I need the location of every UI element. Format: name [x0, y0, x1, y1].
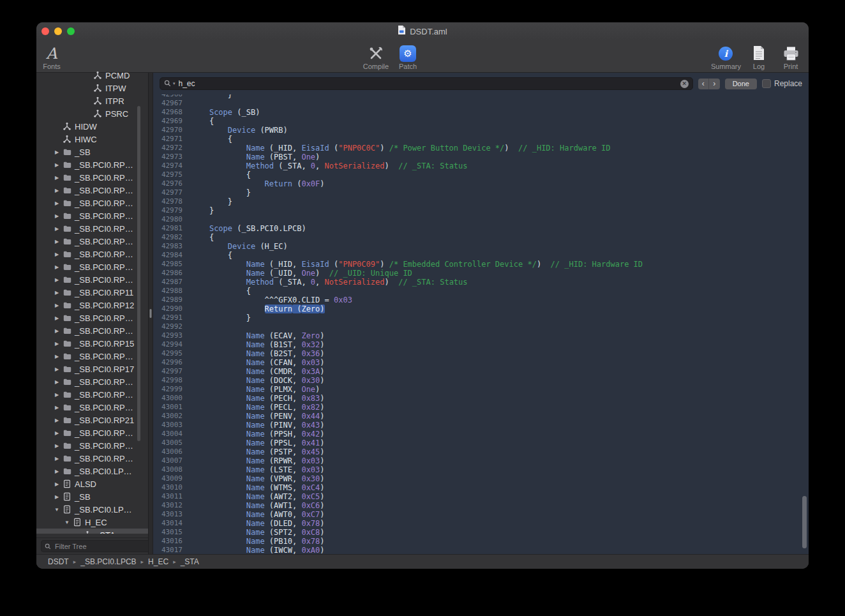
sidebar-item-sb-pci0-rp15[interactable]: ▶_SB.PCI0.RP15 [36, 337, 148, 350]
chevron-right-icon[interactable]: ▶ [52, 379, 62, 385]
chevron-right-icon[interactable]: ▶ [52, 392, 62, 398]
sidebar-item-label: _SB.PCI0.RP… [75, 186, 133, 195]
sidebar-item-sb-pci0-rp17[interactable]: ▶_SB.PCI0.RP17 [36, 363, 148, 375]
zoom-button[interactable] [67, 27, 75, 35]
sidebar-item-sb-pci0-rp[interactable]: ▶_SB.PCI0.RP… [36, 171, 148, 184]
code-editor[interactable]: 42966 }4296742968 Scope (_SB)42969 {4297… [153, 90, 809, 554]
search-field[interactable]: ▾ ✕ [160, 77, 693, 90]
sidebar-scrollbar[interactable] [137, 106, 140, 441]
chevron-right-icon[interactable]: ▶ [52, 469, 62, 474]
sidebar-item-sb[interactable]: ▶_SB [36, 146, 148, 158]
chevron-right-icon[interactable]: ▶ [52, 200, 62, 206]
breadcrumb-item[interactable]: DSDT [48, 557, 69, 566]
navigation-tree[interactable]: PCMDITPWITPRPSRCHIDWHIWC▶_SB▶_SB.PCI0.RP… [36, 69, 148, 534]
chevron-right-icon[interactable]: ▶ [52, 252, 62, 257]
titlebar[interactable]: DSDT.aml [36, 22, 809, 40]
chevron-right-icon[interactable]: ▶ [52, 481, 62, 487]
sidebar-item-sb-pci0-rp[interactable]: ▶_SB.PCI0.RP… [36, 375, 148, 388]
close-button[interactable] [41, 27, 49, 35]
sidebar-item-sb-pci0-rp[interactable]: ▶_SB.PCI0.RP… [36, 209, 148, 222]
sidebar-item-sb-pci0-rp[interactable]: ▶_SB.PCI0.RP… [36, 350, 148, 363]
search-options-chevron-icon[interactable]: ▾ [173, 81, 176, 86]
chevron-right-icon[interactable]: ▶ [52, 239, 62, 244]
sidebar-item-sb-pci0-rp[interactable]: ▶_SB.PCI0.RP… [36, 439, 148, 452]
sidebar-item-sb-pci0-rp[interactable]: ▶_SB.PCI0.RP… [36, 235, 148, 248]
sidebar-item-alsd[interactable]: ▶ALSD [36, 477, 148, 490]
sidebar-item-sb-pci0-rp[interactable]: ▶_SB.PCI0.RP… [36, 158, 148, 171]
sidebar-item-sb-pci0-rp[interactable]: ▶_SB.PCI0.RP… [36, 248, 148, 260]
filter-field[interactable] [41, 540, 151, 552]
sidebar-item-sb-pci0-rp21[interactable]: ▶_SB.PCI0.RP21 [36, 414, 148, 426]
chevron-right-icon[interactable]: ▶ [52, 430, 62, 436]
chevron-right-icon[interactable]: ▶ [52, 456, 62, 462]
fonts-button[interactable]: A Fonts [38, 42, 66, 70]
chevron-right-icon[interactable]: ▶ [52, 443, 62, 449]
log-button[interactable]: Log [745, 42, 773, 70]
replace-checkbox[interactable] [762, 79, 771, 88]
chevron-right-icon[interactable]: ▶ [52, 494, 62, 500]
line-number: 42990 [153, 304, 191, 313]
chevron-down-icon[interactable]: ▼ [52, 507, 62, 513]
sidebar-item-sb-pci0-rp[interactable]: ▶_SB.PCI0.RP… [36, 260, 148, 273]
chevron-right-icon[interactable]: ▶ [52, 315, 62, 321]
chevron-right-icon[interactable]: ▶ [52, 328, 62, 334]
sidebar-item-sb-pci0-rp[interactable]: ▶_SB.PCI0.RP… [36, 426, 148, 439]
sidebar-item-sta[interactable]: _STA [36, 529, 148, 534]
chevron-right-icon[interactable]: ▶ [52, 149, 62, 155]
search-input[interactable] [177, 79, 678, 89]
filter-tree-input[interactable] [54, 542, 147, 551]
chevron-right-icon[interactable]: ▶ [52, 162, 62, 168]
sidebar-item-sb-pci0-rp[interactable]: ▶_SB.PCI0.RP… [36, 184, 148, 197]
sidebar-item-sb-pci0-lp[interactable]: ▼_SB.PCI0.LP… [36, 503, 148, 516]
sidebar-item-pcmd[interactable]: PCMD [36, 69, 148, 82]
sidebar-item-h-ec[interactable]: ▼H_EC [36, 516, 148, 529]
done-button[interactable]: Done [725, 79, 757, 89]
breadcrumb-item[interactable]: _STA [181, 557, 199, 566]
sidebar-item-sb-pci0-rp[interactable]: ▶_SB.PCI0.RP… [36, 273, 148, 286]
clear-search-icon[interactable]: ✕ [680, 80, 689, 88]
chevron-right-icon[interactable]: ▶ [52, 341, 62, 347]
sidebar-item-sb-pci0-rp12[interactable]: ▶_SB.PCI0.RP12 [36, 299, 148, 312]
sidebar-item-sb-pci0-lp[interactable]: ▶_SB.PCI0.LP… [36, 465, 148, 477]
sidebar-item-sb-pci0-rp[interactable]: ▶_SB.PCI0.RP… [36, 312, 148, 324]
chevron-right-icon[interactable]: ▶ [52, 303, 62, 308]
chevron-right-icon[interactable]: ▶ [52, 366, 62, 372]
sidebar-item-sb-pci0-rp[interactable]: ▶_SB.PCI0.RP… [36, 452, 148, 465]
sidebar-item-sb-pci0-rp[interactable]: ▶_SB.PCI0.RP… [36, 401, 148, 414]
sidebar-item-sb-pci0-rp[interactable]: ▶_SB.PCI0.RP… [36, 197, 148, 209]
find-previous-button[interactable]: ‹ [698, 79, 709, 89]
chevron-down-icon[interactable]: ▼ [62, 520, 72, 525]
chevron-right-icon[interactable]: ▶ [52, 405, 62, 410]
chevron-right-icon[interactable]: ▶ [52, 417, 62, 423]
sidebar-item-psrc[interactable]: PSRC [36, 107, 148, 120]
chevron-right-icon[interactable]: ▶ [52, 290, 62, 296]
chevron-right-icon[interactable]: ▶ [52, 277, 62, 283]
breadcrumb-item[interactable]: H_EC [148, 557, 168, 566]
print-button[interactable]: Print [777, 42, 805, 70]
sidebar-item-itpr[interactable]: ITPR [36, 94, 148, 107]
sidebar-item-sb-pci0-rp[interactable]: ▶_SB.PCI0.RP… [36, 324, 148, 337]
chevron-right-icon[interactable]: ▶ [52, 226, 62, 232]
chevron-right-icon[interactable]: ▶ [52, 354, 62, 359]
breadcrumb-item[interactable]: _SB.PCI0.LPCB [80, 557, 136, 566]
editor-scrollbar[interactable] [802, 496, 807, 548]
pane-splitter[interactable] [148, 73, 153, 554]
sidebar-item-sb[interactable]: ▶_SB [36, 490, 148, 503]
minimize-button[interactable] [54, 27, 62, 35]
patch-button[interactable]: ⚙ Patch [394, 42, 422, 70]
find-next-button[interactable]: › [709, 79, 720, 89]
chevron-right-icon[interactable]: ▶ [52, 264, 62, 270]
chevron-right-icon[interactable]: ▶ [52, 188, 62, 193]
sidebar-item-hiwc[interactable]: HIWC [36, 133, 148, 146]
chevron-right-icon[interactable]: ▶ [52, 175, 62, 181]
sidebar-item-sb-pci0-rp11[interactable]: ▶_SB.PCI0.RP11 [36, 286, 148, 299]
sidebar-item-sb-pci0-rp[interactable]: ▶_SB.PCI0.RP… [36, 388, 148, 401]
chevron-right-icon[interactable]: ▶ [52, 213, 62, 219]
splitter-grip-icon[interactable] [150, 309, 152, 318]
compile-button[interactable]: Compile [362, 42, 390, 70]
sidebar-item-itpw[interactable]: ITPW [36, 82, 148, 94]
sidebar-item-sb-pci0-rp[interactable]: ▶_SB.PCI0.RP… [36, 222, 148, 235]
code-line: 42978 } [153, 197, 809, 206]
summary-button[interactable]: i Summary [711, 42, 741, 70]
sidebar-item-hidw[interactable]: HIDW [36, 120, 148, 133]
